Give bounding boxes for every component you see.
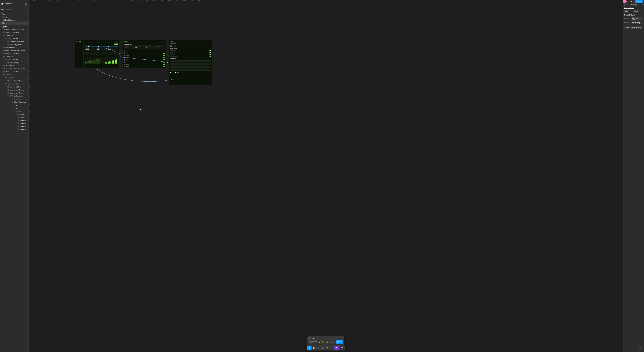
layer-item[interactable]: Basic Footer [0,64,28,67]
file-name: Figma AI [5,2,12,4]
chevron-down-icon[interactable]: ⌄ [26,98,27,100]
pen-tool[interactable]: ▾ [321,346,325,350]
dev-mode-tool[interactable] [340,346,344,350]
svg-marker-144 [167,62,168,63]
toggle-row: NewsletterSubscribe to the weekly newsle… [170,55,211,57]
page-item[interactable]: Page 1 [0,16,28,18]
layer-item[interactable]: Design me 3 separate screens for a CRM [0,67,28,70]
layer-item[interactable]: Dashboard Number Card Strip [0,88,28,92]
ruler-horizontal: -1000-750-500-25002505007501000125015001… [30,0,623,2]
canvas[interactable]: -1000-750-500-25002505007501000125015001… [28,0,623,352]
list-item: Toya RoseView [124,66,165,67]
thumbs-down-button[interactable]: 👎 [322,341,323,343]
interactions-title: Interactions [624,7,634,9]
ai-tool[interactable] [334,346,339,350]
overflow-select[interactable]: No scrolling▾ [631,22,643,24]
keep-it-button[interactable]: Keep it ⌘↵ [336,340,343,344]
chevron-down-icon[interactable]: ▾ [633,1,634,2]
layer-item[interactable]: Card [0,110,28,112]
add-page-button[interactable]: + [26,13,27,15]
avatar[interactable] [623,0,627,3]
layer-item[interactable]: Web App Nav Bar [0,70,28,73]
layer-item[interactable]: appSettings [0,61,28,64]
layer-item[interactable]: dashboard title [0,85,28,88]
chevron-down-icon: ▾ [13,2,14,4]
layer-item[interactable]: Create a screen in the same style as the… [0,49,28,52]
layer-item[interactable]: Web App Nav Bar [0,52,28,55]
ai-cursor-icon [139,108,142,110]
layer-item[interactable]: user list (side rail OR main) [0,43,28,46]
present-button[interactable] [630,0,632,2]
file-info[interactable]: Figma AI▾ Drafts [5,2,24,6]
tab-design[interactable]: Design [624,4,630,6]
main-menu-button[interactable]: ▾ [1,2,4,5]
layer-item[interactable]: Web App Nav Bar [0,31,28,34]
collapse-panel-button[interactable] [25,3,28,5]
frame-icon [3,35,5,36]
frame-icon [14,107,15,109]
svg-point-6 [26,9,27,10]
layer-item[interactable]: Container [0,34,28,37]
frame-user-settings[interactable]: Create a screen in the same style as the… [169,40,212,84]
layer-item[interactable]: Main Title⌄ [0,98,28,100]
layer-item[interactable]: vertical bar chart [0,112,28,116]
frame-sales-dashboard[interactable]: Design me 3 separate screens for a CRM ⊞… [75,40,119,68]
thumbs-up-button[interactable]: 👍 [319,341,320,343]
layer-item[interactable]: Main Content [0,37,28,40]
section-title: Notification Settings [170,48,211,49]
stat-card: Monthly Sales$120K [85,52,101,56]
layer-item[interactable]: barItem [0,125,28,128]
app-icon: ⊞ [124,41,124,42]
interaction-trigger[interactable]: Click [624,10,630,12]
move-tool[interactable]: ▾ [308,346,312,350]
layer-item[interactable]: card [0,106,28,110]
layer-item[interactable]: card [0,104,28,106]
layer-item[interactable]: Container [0,55,28,58]
text-tool[interactable] [326,346,330,350]
layer-item[interactable]: barItem [0,119,28,122]
layer-item[interactable]: Chart Container [0,100,28,104]
section-title: Account Settings [170,58,211,59]
tab-assets[interactable]: Assets [6,8,11,11]
layer-item[interactable]: barItem [0,128,28,131]
comment-tool[interactable] [330,346,334,350]
layer-item[interactable]: Main Content [0,82,28,85]
layer-item[interactable]: Main Content [0,58,28,61]
layer-item[interactable]: Basic Footer [0,46,28,49]
zoom-control[interactable]: 35%▾ [640,4,644,6]
remove-interaction-button[interactable]: − [642,10,643,12]
svg-rect-0 [2,3,2,4]
page-item[interactable]: CRM [0,22,28,24]
frame-customer-table[interactable]: Create a table for CRM pro that has colu… [122,40,166,68]
success-icon [309,338,310,339]
tab-file[interactable]: File [1,8,4,11]
app-title: CRM Pro [124,41,128,42]
frame-icon [18,119,20,121]
layer-item[interactable]: Main Container [0,94,28,98]
bar-chart [104,56,118,64]
search-icon[interactable] [26,9,27,10]
tab-prototype[interactable]: Prototype [631,4,638,6]
layer-item[interactable]: Create a table for CRM pro that has colu… [0,28,28,31]
add-interaction-button[interactable]: + [642,7,643,9]
list-item: Chris WestView [124,55,165,56]
layer-item[interactable]: Side Panel Menu [0,79,28,82]
layer-item[interactable]: Dashboard Chart [0,92,28,94]
layer-item[interactable]: Sidebar [0,76,28,79]
help-button[interactable]: ? [639,347,642,350]
layer-item[interactable]: vertical bar ch... [0,116,28,119]
layer-item[interactable]: Container [0,73,28,76]
interaction-action[interactable]: Mixed [633,10,638,12]
layer-item[interactable]: Dashboard Number Card Strip [0,40,28,43]
preview-button[interactable]: Preview ⌃Space [324,341,334,343]
chevron-down-icon[interactable]: ▾ [628,1,628,2]
frame-icon [5,38,7,40]
share-button[interactable]: Share [635,0,643,3]
shape-tool[interactable]: ▾ [316,346,321,350]
layer-item[interactable]: barItem [0,122,28,125]
frame-tool[interactable]: ▾ [312,346,316,350]
page-item[interactable]: First Draft Feature [0,18,28,22]
position-select[interactable]: Scroll with parent▾ [631,17,643,21]
show-prototype-settings-button[interactable]: Show prototype settings [624,26,643,29]
frame-icon [18,116,20,118]
